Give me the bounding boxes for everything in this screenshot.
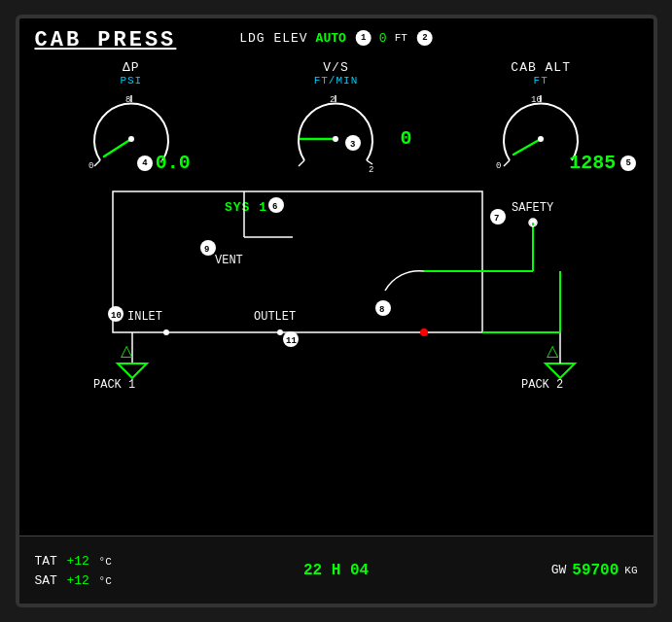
svg-text:3: 3 [350, 140, 355, 150]
ft-unit: FT [395, 32, 407, 44]
svg-point-12 [333, 136, 338, 142]
tat-unit: °C [99, 556, 112, 568]
svg-point-50 [420, 328, 428, 336]
svg-point-5 [128, 136, 134, 142]
svg-text:10: 10 [531, 95, 542, 105]
time-display: 22 H 04 [303, 562, 369, 579]
tat-row: TAT +12 °C [35, 552, 236, 570]
svg-line-15 [504, 160, 510, 166]
footer-left: TAT +12 °C SAT +12 °C [35, 552, 236, 589]
footer: TAT +12 °C SAT +12 °C 22 H 04 GW 59700 K… [19, 536, 654, 604]
cab-alt-badge: 5 [620, 156, 636, 171]
svg-line-19 [513, 139, 541, 155]
cab-alt-gauge: CAB ALT FT 0 10 1285 5 [492, 60, 589, 178]
sat-row: SAT +12 °C [35, 571, 236, 589]
auto-label: AUTO [316, 31, 346, 46]
diagram-section: SYS 1 6 SAFETY 7 VENT 9 INLET [19, 184, 654, 536]
svg-line-4 [104, 139, 131, 156]
svg-text:PACK 2: PACK 2 [521, 378, 563, 388]
dp-badge: 4 [137, 156, 153, 171]
svg-text:SYS 1: SYS 1 [225, 200, 267, 215]
dp-gauge: ΔP PSI 0 8 [83, 60, 180, 178]
ft-value: 0 [379, 31, 387, 46]
vs-sublabel: FT/MIN [314, 75, 359, 86]
svg-text:OUTLET: OUTLET [254, 310, 296, 324]
svg-line-0 [94, 160, 100, 166]
vs-value: 0 [400, 127, 411, 150]
page-title: CAB PRESS [35, 28, 177, 52]
svg-text:7: 7 [494, 214, 499, 224]
vs-label: V/S [323, 60, 348, 75]
svg-text:8: 8 [125, 95, 130, 105]
svg-line-8 [367, 160, 372, 164]
dp-gauge-wrapper: 0 8 4 0.0 [83, 90, 180, 178]
vs-gauge-svg: 2 2 3 [287, 90, 384, 178]
badge-1: 1 [356, 30, 371, 46]
cab-alt-label: CAB ALT [511, 60, 571, 75]
cab-alt-value: 1285 [569, 152, 616, 174]
svg-line-10 [299, 160, 304, 166]
gauges-section: ΔP PSI 0 8 [19, 56, 654, 184]
svg-text:0: 0 [496, 161, 501, 171]
svg-text:INLET: INLET [127, 310, 162, 324]
svg-text:△: △ [121, 343, 133, 361]
svg-point-46 [277, 329, 283, 335]
vs-gauge: V/S FT/MIN 2 2 [287, 60, 384, 178]
ldg-elev-label: LDG ELEV [239, 31, 307, 46]
tat-value: +12 [67, 554, 89, 569]
svg-text:0: 0 [88, 161, 93, 171]
svg-text:10: 10 [111, 311, 122, 321]
svg-text:VENT: VENT [215, 254, 243, 267]
dp-label: ΔP [123, 60, 140, 75]
svg-marker-51 [546, 363, 575, 378]
header: CAB PRESS LDG ELEV AUTO 1 0 FT 2 [19, 18, 654, 56]
dp-sublabel: PSI [120, 75, 142, 86]
svg-text:△: △ [547, 343, 559, 361]
svg-text:2: 2 [369, 165, 373, 175]
cab-alt-gauge-wrapper: 0 10 1285 5 [492, 90, 589, 178]
sat-value: +12 [67, 573, 89, 588]
svg-point-40 [163, 329, 169, 335]
gw-value: 59700 [572, 562, 619, 579]
svg-text:PACK 1: PACK 1 [93, 378, 135, 388]
svg-text:SAFETY: SAFETY [512, 201, 553, 215]
diagram-svg: SYS 1 6 SAFETY 7 VENT 9 INLET [35, 184, 646, 388]
svg-text:8: 8 [379, 305, 384, 315]
cab-alt-sublabel: FT [534, 75, 548, 86]
main-screen: CAB PRESS LDG ELEV AUTO 1 0 FT 2 ΔP PSI [16, 15, 657, 607]
svg-text:9: 9 [204, 245, 209, 255]
sat-unit: °C [99, 575, 112, 587]
dp-value: 0.0 [156, 152, 191, 174]
svg-text:11: 11 [286, 336, 297, 346]
footer-center: 22 H 04 [235, 562, 437, 579]
tat-label: TAT [35, 554, 57, 569]
svg-marker-42 [118, 363, 147, 378]
gw-label: GW [551, 563, 567, 577]
gw-unit: KG [624, 565, 637, 576]
footer-right: GW 59700 KG [437, 562, 638, 579]
svg-point-20 [538, 136, 544, 142]
svg-text:6: 6 [272, 202, 277, 212]
svg-rect-21 [113, 191, 482, 332]
svg-text:2: 2 [330, 95, 335, 105]
vs-gauge-wrapper: 2 2 3 0 [287, 90, 384, 178]
badge-2: 2 [417, 30, 433, 46]
ldg-elev-area: LDG ELEV AUTO 1 0 FT 2 [239, 30, 433, 46]
sat-label: SAT [35, 573, 57, 588]
